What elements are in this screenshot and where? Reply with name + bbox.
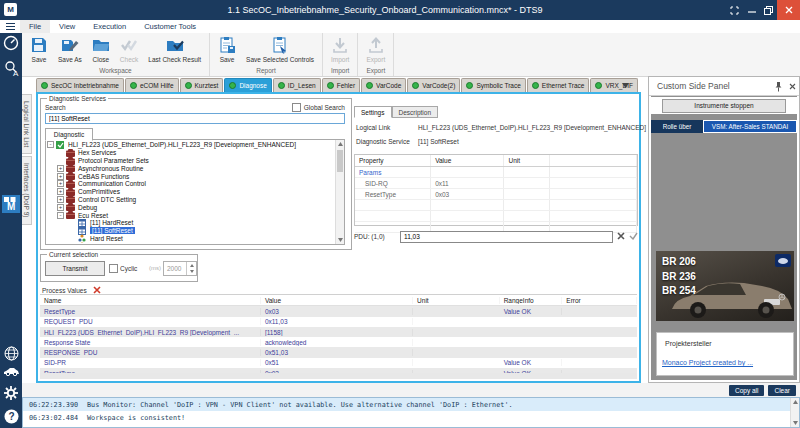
clear-console-button[interactable]: Clear: [768, 385, 796, 396]
close-button[interactable]: [777, 0, 800, 20]
cyclic-box-icon[interactable]: [109, 264, 118, 273]
scroll-up-icon[interactable]: [336, 140, 344, 148]
expander-icon[interactable]: +: [57, 165, 64, 172]
tree-item-11-hardreset[interactable]: [11] HardReset: [47, 219, 335, 227]
table-row[interactable]: Response Stateacknowledged: [40, 337, 637, 347]
tree-item-ecu-reset[interactable]: -Ecu Reset: [47, 211, 335, 219]
menu-item-execution[interactable]: Execution: [84, 20, 135, 33]
tree-root-item[interactable]: -HLI_FL223 (UDS_Ethernet_DoIP).HLI_FL223…: [47, 141, 335, 149]
search-a-icon[interactable]: A: [0, 60, 22, 77]
console-scroll-down-icon[interactable]: [791, 419, 799, 427]
side-panel-close-icon[interactable]: [785, 83, 799, 90]
console-scrollbar[interactable]: [790, 398, 799, 427]
save-button[interactable]: Save: [25, 33, 53, 67]
tab-varcode[interactable]: VarCode: [361, 78, 406, 92]
tree-item-protocol-parameter-sets[interactable]: Protocol Parameter Sets: [47, 157, 335, 165]
tab-secoc-inbetriebnahme[interactable]: SecOC Inbetriebnahme: [36, 78, 124, 92]
diagnostic-service-label: Diagnostic Service: [356, 138, 418, 145]
transmit-button[interactable]: Transmit: [45, 261, 105, 276]
menu-item-customer-tools[interactable]: Customer Tools: [135, 20, 205, 33]
role-value[interactable]: VSM: After-Sales STANDAI: [703, 120, 797, 133]
tree-item-asynchronous-routine[interactable]: +Asynchronous Routine: [47, 164, 335, 172]
tab-settings[interactable]: Settings: [354, 106, 392, 118]
tree-item-control-dtc-setting[interactable]: +Control DTC Setting: [47, 196, 335, 204]
gauge-icon[interactable]: [0, 35, 22, 51]
gear-icon[interactable]: [0, 385, 22, 401]
table-row[interactable]: HLI_FL223 (UDS_Ethernet_DoIP).HLI_FL223_…: [40, 327, 637, 337]
pdu-confirm-icon[interactable]: [629, 232, 638, 241]
column-header: Value: [431, 155, 504, 166]
menu-item-view[interactable]: View: [50, 20, 84, 33]
save-as-button[interactable]: Save As: [53, 33, 87, 67]
fullscreen-button[interactable]: [726, 0, 743, 20]
close-button[interactable]: Close: [87, 33, 115, 67]
tab-ecom-hilfe[interactable]: eCOM Hilfe: [125, 78, 179, 92]
expander-icon[interactable]: +: [57, 173, 64, 180]
expander-icon[interactable]: +: [57, 180, 64, 187]
log-entry[interactable]: 06:22:23.390Bus Monitor: Channel 'DoIP :…: [23, 398, 799, 411]
minimize-button[interactable]: [743, 0, 760, 20]
side-tab-logical-link-list[interactable]: Logical Link List: [22, 94, 32, 154]
property-row[interactable]: Params: [355, 167, 637, 178]
table-row[interactable]: RESPONSE_PDU0x51,03: [40, 347, 637, 357]
table-row[interactable]: REQUEST_PDU0x11,03: [40, 317, 637, 327]
tree-item-cebas-functions[interactable]: +CeBAS Functions: [47, 172, 335, 180]
hamburger-menu-icon[interactable]: [0, 20, 20, 33]
interval-stepper[interactable]: 2000: [163, 261, 197, 276]
console-scroll-up-icon[interactable]: [791, 398, 799, 406]
cyclic-checkbox[interactable]: Cyclic: [109, 264, 137, 273]
table-row[interactable]: SID-PR0x51Value OK: [40, 358, 637, 368]
save-button[interactable]: Save: [213, 33, 241, 67]
log-entry[interactable]: 06:23:02.484Workspace is consistent!: [23, 411, 799, 424]
table-row[interactable]: ResetType0x03Value OK: [40, 306, 637, 316]
tab-id-lesen[interactable]: ID_Lesen: [273, 78, 321, 92]
globe-icon[interactable]: [0, 346, 22, 361]
tree-item-soft-reset[interactable]: Soft Reset: [47, 242, 335, 243]
expander-icon[interactable]: -: [57, 212, 64, 219]
tab-symbolic-trace[interactable]: Symbolic Trace: [461, 78, 525, 92]
pdu-input[interactable]: [400, 231, 613, 243]
expander-icon[interactable]: +: [57, 188, 64, 195]
tree-item-hex-services[interactable]: Hex Services: [47, 149, 335, 157]
tree-item-hard-reset[interactable]: Hard Reset: [47, 235, 335, 243]
search-input[interactable]: [45, 113, 345, 124]
project-link[interactable]: Monaco Project created by ...: [662, 359, 753, 366]
tab-kurztest[interactable]: Kurztest: [180, 78, 224, 92]
expander-icon[interactable]: +: [57, 196, 64, 203]
spin-down-icon[interactable]: [187, 269, 196, 276]
monaco-icon[interactable]: M: [0, 195, 22, 213]
save-selected-controls-button[interactable]: Save Selected Controls: [241, 33, 319, 67]
stop-instruments-button[interactable]: Instrumente stoppen: [662, 99, 786, 113]
global-search-box-icon[interactable]: [292, 103, 301, 112]
tab-varcode-2[interactable]: VarCode(2): [407, 78, 460, 92]
pin-icon[interactable]: [771, 81, 785, 92]
menu-item-file[interactable]: File: [20, 20, 50, 33]
scrollbar-thumb[interactable]: [337, 150, 343, 172]
car-icon[interactable]: [0, 366, 22, 376]
tree-item-comprimitives[interactable]: +ComPrimitives: [47, 188, 335, 196]
tab-description[interactable]: Description: [392, 106, 439, 118]
tab-overflow-icon[interactable]: [622, 82, 629, 89]
tab-fehler[interactable]: Fehler: [322, 78, 360, 92]
expander-icon[interactable]: -: [47, 141, 54, 148]
global-search-checkbox[interactable]: Global Search: [292, 103, 345, 112]
tab-vrx-dif[interactable]: VRX_DIF: [590, 78, 637, 92]
property-row[interactable]: ResetType0x03: [355, 189, 637, 200]
tree-scrollbar[interactable]: [335, 140, 344, 244]
pdu-cancel-icon[interactable]: [617, 232, 625, 241]
scroll-down-icon[interactable]: [336, 236, 344, 244]
tree-item-debug[interactable]: +Debug: [47, 203, 335, 211]
side-tab-interfaces-doip-9[interactable]: Interfaces (DoIP 9): [22, 156, 32, 224]
restore-button[interactable]: [760, 0, 777, 20]
help-icon[interactable]: ?: [0, 409, 22, 424]
expander-icon[interactable]: +: [57, 204, 64, 211]
copy-all-button[interactable]: Copy all: [729, 385, 764, 396]
last-check-result-button[interactable]: Last Check Result: [143, 33, 206, 67]
tab-diagnostic[interactable]: Diagnostic: [45, 128, 93, 141]
tab-diagnose[interactable]: Diagnose: [224, 78, 271, 92]
tree-item-11-softreset[interactable]: [11] SoftReset: [47, 227, 335, 235]
tab-ethernet-trace[interactable]: Ethernet Trace: [527, 78, 590, 92]
tree-item-communication-control[interactable]: +Communication Control: [47, 180, 335, 188]
horizontal-scrollbar[interactable]: [40, 373, 637, 379]
property-row[interactable]: SID-RQ0x11: [355, 178, 637, 189]
